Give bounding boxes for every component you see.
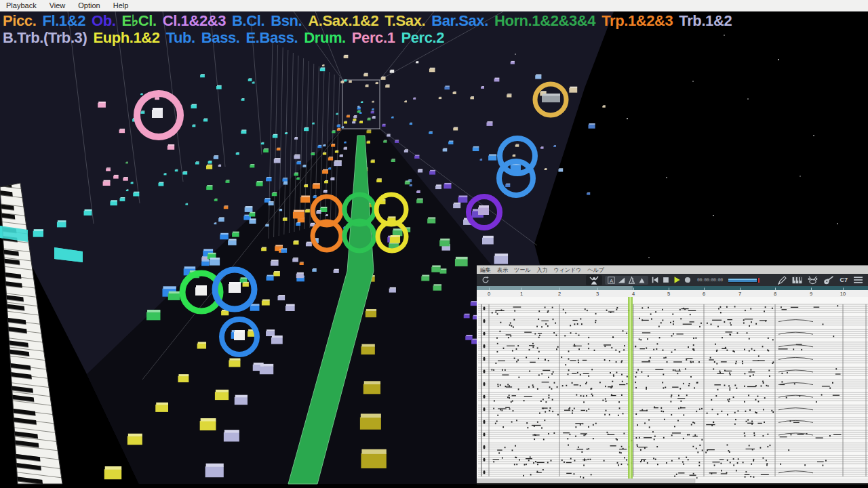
svg-text:1: 1 <box>520 291 523 297</box>
legend-item: Trp.1&2&3 <box>601 12 673 29</box>
guitar-icon[interactable] <box>823 276 834 285</box>
legend-item: E♭Cl. <box>121 12 156 29</box>
svg-text:8: 8 <box>774 291 776 297</box>
progress-bar-fill <box>728 279 757 282</box>
legend-item: Perc.1 <box>352 29 395 46</box>
legend-item: Cl.1&2&3 <box>163 12 226 29</box>
legend-item: Bass. <box>201 29 240 46</box>
chord-display: C7 <box>840 277 848 283</box>
crescendo-icon[interactable] <box>618 277 625 284</box>
progress-bar-marker <box>758 278 760 283</box>
toolbar-right-group: C7 <box>778 276 863 285</box>
score-canvas[interactable]: 012345678910 <box>477 286 868 485</box>
menu-icon[interactable] <box>853 276 863 284</box>
legend-item: Bsn. <box>271 12 302 29</box>
play-button[interactable] <box>673 276 681 284</box>
app-menu-bar: PlaybackViewOptionHelp <box>0 0 868 12</box>
menu-item-help[interactable]: Help <box>113 1 129 9</box>
legend-item: Ob. <box>92 12 115 29</box>
horizontal-scrollbar-thumb[interactable] <box>477 479 695 483</box>
legend-item: E.Bass. <box>246 29 298 46</box>
notation-tools-panel: A <box>605 276 648 285</box>
svg-text:0: 0 <box>488 291 490 297</box>
legend-item: T.Sax. <box>384 12 425 29</box>
key-signature-icon[interactable]: A <box>608 277 615 284</box>
legend-item: Perc.2 <box>401 29 444 46</box>
legend-item: B.Cl. <box>232 12 264 29</box>
pencil-icon[interactable] <box>778 276 787 285</box>
legend-item: A.Sax.1&2 <box>308 12 378 29</box>
score-editor-toolbar: A <box>477 274 868 286</box>
skip-to-start-button[interactable] <box>651 276 659 284</box>
refresh-icon[interactable] <box>481 276 490 284</box>
svg-text:5: 5 <box>667 291 670 297</box>
menu-item-playback[interactable]: Playback <box>6 1 37 9</box>
metronome-icon[interactable] <box>628 277 635 284</box>
score-editor-window: 編集表示ツール入力ウィンドウヘルプ A <box>477 265 868 484</box>
legend-item: Picc. <box>3 12 36 29</box>
svg-text:3: 3 <box>596 291 599 297</box>
playhead <box>628 297 633 479</box>
legend-item: Horn.1&2&3&4 <box>494 12 595 29</box>
svg-text:4: 4 <box>632 291 635 297</box>
accent-icon[interactable] <box>638 277 646 284</box>
score-menu-item-4[interactable]: ウィンドウ <box>553 266 581 274</box>
instrument-legend-line2: B.Trb.(Trb.3)Euph.1&2Tub.Bass.E.Bass.Dru… <box>3 29 450 47</box>
score-menu-item-3[interactable]: 入力 <box>536 266 547 274</box>
menu-item-view[interactable]: View <box>50 1 66 9</box>
menu-item-option[interactable]: Option <box>78 1 100 9</box>
legend-item: Trb.1&2 <box>679 12 732 29</box>
time-display: 00:00:00:00 <box>697 277 723 283</box>
legend-item: Euph.1&2 <box>93 29 159 46</box>
record-button[interactable] <box>684 276 692 284</box>
svg-text:A: A <box>610 277 614 283</box>
legend-item: B.Trb.(Trb.3) <box>3 29 87 46</box>
score-editor-menu-bar: 編集表示ツール入力ウィンドウヘルプ <box>477 266 868 274</box>
legend-item: Bar.Sax. <box>431 12 488 29</box>
stop-button[interactable] <box>662 276 670 284</box>
conductor-icon[interactable] <box>586 275 602 285</box>
svg-text:6: 6 <box>703 291 705 297</box>
transport-group: A <box>586 275 760 285</box>
legend-item: Fl.1&2 <box>42 12 85 29</box>
legend-item: Tub. <box>166 29 195 46</box>
svg-text:10: 10 <box>840 291 846 297</box>
progress-bar[interactable] <box>728 278 760 283</box>
drum-icon[interactable] <box>808 276 818 285</box>
legend-item: Drum. <box>304 29 346 46</box>
svg-text:7: 7 <box>738 291 741 297</box>
score-menu-item-2[interactable]: ツール <box>514 266 530 274</box>
svg-text:2: 2 <box>558 291 561 297</box>
score-menu-item-5[interactable]: ヘルプ <box>587 266 604 274</box>
instrument-legend-line1: Picc.Fl.1&2Ob.E♭Cl.Cl.1&2&3B.Cl.Bsn.A.Sa… <box>3 12 738 30</box>
score-menu-item-1[interactable]: 表示 <box>497 266 508 274</box>
score-menu-item-0[interactable]: 編集 <box>480 266 491 274</box>
piano-icon[interactable] <box>792 276 802 285</box>
svg-text:9: 9 <box>810 291 812 297</box>
